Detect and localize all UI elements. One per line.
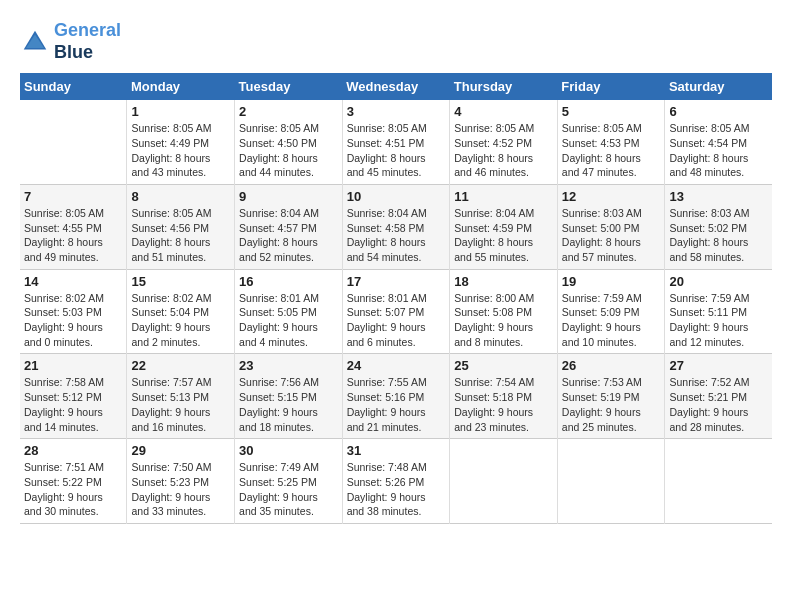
calendar-cell: 24Sunrise: 7:55 AM Sunset: 5:16 PM Dayli… xyxy=(342,354,450,439)
day-info: Sunrise: 7:51 AM Sunset: 5:22 PM Dayligh… xyxy=(24,460,122,519)
calendar-cell: 13Sunrise: 8:03 AM Sunset: 5:02 PM Dayli… xyxy=(665,184,772,269)
calendar-cell: 19Sunrise: 7:59 AM Sunset: 5:09 PM Dayli… xyxy=(557,269,665,354)
calendar-cell: 6Sunrise: 8:05 AM Sunset: 4:54 PM Daylig… xyxy=(665,100,772,184)
day-info: Sunrise: 8:05 AM Sunset: 4:49 PM Dayligh… xyxy=(131,121,230,180)
day-info: Sunrise: 8:05 AM Sunset: 4:54 PM Dayligh… xyxy=(669,121,768,180)
day-info: Sunrise: 8:00 AM Sunset: 5:08 PM Dayligh… xyxy=(454,291,553,350)
calendar-cell: 20Sunrise: 7:59 AM Sunset: 5:11 PM Dayli… xyxy=(665,269,772,354)
day-info: Sunrise: 7:57 AM Sunset: 5:13 PM Dayligh… xyxy=(131,375,230,434)
day-number: 5 xyxy=(562,104,661,119)
day-number: 17 xyxy=(347,274,446,289)
day-number: 22 xyxy=(131,358,230,373)
day-info: Sunrise: 7:53 AM Sunset: 5:19 PM Dayligh… xyxy=(562,375,661,434)
calendar-cell: 12Sunrise: 8:03 AM Sunset: 5:00 PM Dayli… xyxy=(557,184,665,269)
header-friday: Friday xyxy=(557,73,665,100)
week-row-4: 21Sunrise: 7:58 AM Sunset: 5:12 PM Dayli… xyxy=(20,354,772,439)
calendar-cell: 31Sunrise: 7:48 AM Sunset: 5:26 PM Dayli… xyxy=(342,439,450,524)
day-info: Sunrise: 7:59 AM Sunset: 5:09 PM Dayligh… xyxy=(562,291,661,350)
day-number: 11 xyxy=(454,189,553,204)
day-info: Sunrise: 7:56 AM Sunset: 5:15 PM Dayligh… xyxy=(239,375,338,434)
day-number: 24 xyxy=(347,358,446,373)
day-info: Sunrise: 8:05 AM Sunset: 4:55 PM Dayligh… xyxy=(24,206,122,265)
day-number: 21 xyxy=(24,358,122,373)
day-info: Sunrise: 8:05 AM Sunset: 4:56 PM Dayligh… xyxy=(131,206,230,265)
calendar-cell: 15Sunrise: 8:02 AM Sunset: 5:04 PM Dayli… xyxy=(127,269,235,354)
day-info: Sunrise: 8:04 AM Sunset: 4:58 PM Dayligh… xyxy=(347,206,446,265)
calendar-cell: 9Sunrise: 8:04 AM Sunset: 4:57 PM Daylig… xyxy=(235,184,343,269)
calendar-cell: 27Sunrise: 7:52 AM Sunset: 5:21 PM Dayli… xyxy=(665,354,772,439)
day-number: 9 xyxy=(239,189,338,204)
day-number: 12 xyxy=(562,189,661,204)
day-info: Sunrise: 7:59 AM Sunset: 5:11 PM Dayligh… xyxy=(669,291,768,350)
day-info: Sunrise: 8:03 AM Sunset: 5:02 PM Dayligh… xyxy=(669,206,768,265)
day-number: 3 xyxy=(347,104,446,119)
day-number: 23 xyxy=(239,358,338,373)
calendar-cell: 4Sunrise: 8:05 AM Sunset: 4:52 PM Daylig… xyxy=(450,100,558,184)
day-number: 25 xyxy=(454,358,553,373)
day-number: 7 xyxy=(24,189,122,204)
day-info: Sunrise: 8:05 AM Sunset: 4:50 PM Dayligh… xyxy=(239,121,338,180)
logo: General Blue xyxy=(20,20,121,63)
calendar-cell: 1Sunrise: 8:05 AM Sunset: 4:49 PM Daylig… xyxy=(127,100,235,184)
calendar-cell: 10Sunrise: 8:04 AM Sunset: 4:58 PM Dayli… xyxy=(342,184,450,269)
day-number: 31 xyxy=(347,443,446,458)
header-thursday: Thursday xyxy=(450,73,558,100)
day-number: 16 xyxy=(239,274,338,289)
week-row-5: 28Sunrise: 7:51 AM Sunset: 5:22 PM Dayli… xyxy=(20,439,772,524)
logo-icon xyxy=(20,27,50,57)
day-info: Sunrise: 8:01 AM Sunset: 5:05 PM Dayligh… xyxy=(239,291,338,350)
header-wednesday: Wednesday xyxy=(342,73,450,100)
day-number: 26 xyxy=(562,358,661,373)
calendar-cell: 2Sunrise: 8:05 AM Sunset: 4:50 PM Daylig… xyxy=(235,100,343,184)
day-info: Sunrise: 7:55 AM Sunset: 5:16 PM Dayligh… xyxy=(347,375,446,434)
calendar-cell xyxy=(665,439,772,524)
calendar-cell: 28Sunrise: 7:51 AM Sunset: 5:22 PM Dayli… xyxy=(20,439,127,524)
day-info: Sunrise: 7:58 AM Sunset: 5:12 PM Dayligh… xyxy=(24,375,122,434)
day-number: 18 xyxy=(454,274,553,289)
day-info: Sunrise: 8:04 AM Sunset: 4:57 PM Dayligh… xyxy=(239,206,338,265)
calendar-cell: 26Sunrise: 7:53 AM Sunset: 5:19 PM Dayli… xyxy=(557,354,665,439)
week-row-2: 7Sunrise: 8:05 AM Sunset: 4:55 PM Daylig… xyxy=(20,184,772,269)
day-info: Sunrise: 8:05 AM Sunset: 4:52 PM Dayligh… xyxy=(454,121,553,180)
day-number: 19 xyxy=(562,274,661,289)
day-number: 8 xyxy=(131,189,230,204)
day-info: Sunrise: 8:04 AM Sunset: 4:59 PM Dayligh… xyxy=(454,206,553,265)
day-info: Sunrise: 7:49 AM Sunset: 5:25 PM Dayligh… xyxy=(239,460,338,519)
day-number: 15 xyxy=(131,274,230,289)
day-number: 20 xyxy=(669,274,768,289)
day-number: 1 xyxy=(131,104,230,119)
header-tuesday: Tuesday xyxy=(235,73,343,100)
calendar-cell: 7Sunrise: 8:05 AM Sunset: 4:55 PM Daylig… xyxy=(20,184,127,269)
calendar-cell xyxy=(450,439,558,524)
day-info: Sunrise: 8:05 AM Sunset: 4:51 PM Dayligh… xyxy=(347,121,446,180)
calendar-cell: 11Sunrise: 8:04 AM Sunset: 4:59 PM Dayli… xyxy=(450,184,558,269)
day-info: Sunrise: 8:05 AM Sunset: 4:53 PM Dayligh… xyxy=(562,121,661,180)
day-info: Sunrise: 7:54 AM Sunset: 5:18 PM Dayligh… xyxy=(454,375,553,434)
calendar-table: SundayMondayTuesdayWednesdayThursdayFrid… xyxy=(20,73,772,524)
day-info: Sunrise: 8:03 AM Sunset: 5:00 PM Dayligh… xyxy=(562,206,661,265)
calendar-cell: 22Sunrise: 7:57 AM Sunset: 5:13 PM Dayli… xyxy=(127,354,235,439)
header-sunday: Sunday xyxy=(20,73,127,100)
calendar-cell: 5Sunrise: 8:05 AM Sunset: 4:53 PM Daylig… xyxy=(557,100,665,184)
day-number: 29 xyxy=(131,443,230,458)
calendar-cell xyxy=(20,100,127,184)
week-row-3: 14Sunrise: 8:02 AM Sunset: 5:03 PM Dayli… xyxy=(20,269,772,354)
logo-text: General Blue xyxy=(54,20,121,63)
calendar-cell: 25Sunrise: 7:54 AM Sunset: 5:18 PM Dayli… xyxy=(450,354,558,439)
day-info: Sunrise: 8:02 AM Sunset: 5:03 PM Dayligh… xyxy=(24,291,122,350)
calendar-cell: 17Sunrise: 8:01 AM Sunset: 5:07 PM Dayli… xyxy=(342,269,450,354)
calendar-cell: 18Sunrise: 8:00 AM Sunset: 5:08 PM Dayli… xyxy=(450,269,558,354)
calendar-cell: 16Sunrise: 8:01 AM Sunset: 5:05 PM Dayli… xyxy=(235,269,343,354)
day-number: 30 xyxy=(239,443,338,458)
day-info: Sunrise: 7:52 AM Sunset: 5:21 PM Dayligh… xyxy=(669,375,768,434)
calendar-cell xyxy=(557,439,665,524)
day-number: 4 xyxy=(454,104,553,119)
calendar-cell: 21Sunrise: 7:58 AM Sunset: 5:12 PM Dayli… xyxy=(20,354,127,439)
calendar-cell: 23Sunrise: 7:56 AM Sunset: 5:15 PM Dayli… xyxy=(235,354,343,439)
day-number: 14 xyxy=(24,274,122,289)
header-saturday: Saturday xyxy=(665,73,772,100)
calendar-cell: 14Sunrise: 8:02 AM Sunset: 5:03 PM Dayli… xyxy=(20,269,127,354)
week-row-1: 1Sunrise: 8:05 AM Sunset: 4:49 PM Daylig… xyxy=(20,100,772,184)
day-number: 13 xyxy=(669,189,768,204)
calendar-header-row: SundayMondayTuesdayWednesdayThursdayFrid… xyxy=(20,73,772,100)
